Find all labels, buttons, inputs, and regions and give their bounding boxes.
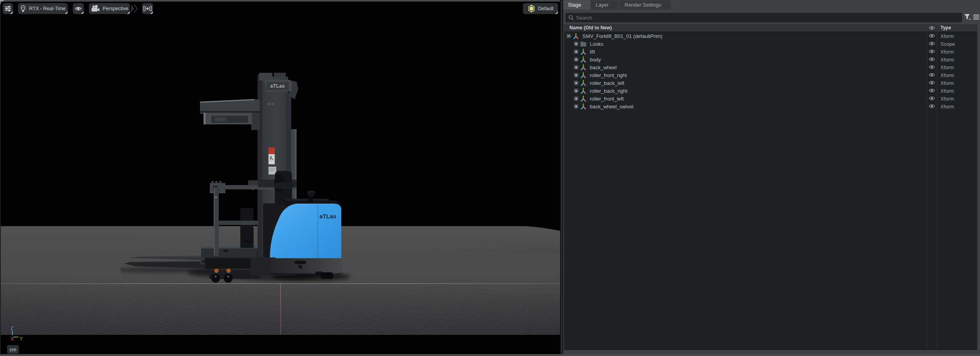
scene-canvas[interactable]: aTLas [1,2,560,335]
camera-icon [90,5,100,13]
world-axis-x-line [280,284,281,335]
mast-brand-label: aTLas [270,83,285,89]
expand-toggle-icon[interactable] [574,41,578,46]
eye-visibility-icon[interactable] [929,80,935,85]
xform-icon [580,49,587,55]
camera-select-button[interactable]: Perspective [89,3,130,14]
dropdown-notch [150,11,153,14]
prim-name[interactable]: roller_back_left [590,80,624,86]
eye-visibility-icon[interactable] [929,33,935,38]
tree-row[interactable]: roller_front_right Xform [564,71,977,79]
column-type-header[interactable]: Type [940,25,951,31]
prim-type: Xform [940,57,954,63]
units-badge: cm [7,345,19,354]
eye-visibility-icon[interactable] [929,96,935,101]
tab-stage[interactable]: Stage [563,0,590,9]
tree-header[interactable]: Name (Old to New) Type [564,24,977,32]
expand-toggle-icon[interactable] [574,104,578,109]
dropdown-notch [127,11,130,14]
eye-visibility-icon[interactable] [929,88,935,93]
prim-name[interactable]: roller_back_right [590,88,627,94]
tab-layer[interactable]: Layer [591,0,619,9]
panel-divider-line [561,1,562,353]
expand-toggle-icon[interactable] [574,96,578,101]
eye-visibility-icon[interactable] [929,65,935,70]
dropdown-notch [81,11,84,14]
prim-type: Scope [940,41,955,47]
prim-name[interactable]: Looks [590,41,603,47]
folder-icon [580,41,587,47]
axis-z-label: Z [11,325,14,331]
expand-toggle-icon[interactable] [574,65,578,70]
eye-visibility-icon[interactable] [929,104,935,109]
prim-name[interactable]: body [590,57,601,63]
tree-row[interactable]: roller_back_left Xform [564,79,977,87]
prim-name[interactable]: lift [590,49,595,55]
stage-panel: Stage Layer Render Settings Name (Old to… [563,0,980,354]
forklift-model[interactable]: aTLas [121,69,357,291]
eye-visibility-icon[interactable] [929,72,935,77]
tree-row[interactable]: back_wheel_swivel Xform [564,102,977,110]
xform-icon [580,72,587,79]
prim-name[interactable]: back_wheel_swivel [590,104,633,110]
xform-icon [573,33,579,40]
tree-row[interactable]: roller_front_left Xform [564,95,977,102]
signal-icon [143,5,152,12]
eye-visibility-icon[interactable] [929,49,935,54]
tree-row[interactable]: Looks Scope [564,40,977,48]
xform-icon [580,56,587,63]
tree-row[interactable]: body Xform [564,56,977,63]
tree-row[interactable]: lift Xform [564,48,977,56]
lighting-select-button[interactable]: Default [523,3,558,14]
viewport-3d[interactable]: aTLas [1,2,560,354]
expand-toggle-icon[interactable] [574,49,578,54]
forklift-power-unit: aTLas [250,191,342,279]
body-brand-label: aTLas [320,213,337,219]
visibility-column-icon [929,25,935,31]
prim-name[interactable]: back_wheel [590,65,617,70]
xform-icon [580,64,587,71]
prim-type: Xform [940,80,954,86]
column-name-header[interactable]: Name (Old to New) [569,25,612,31]
eye-visibility-icon[interactable] [929,57,935,62]
viewport-settings-button[interactable] [3,3,13,14]
eye-visibility-icon[interactable] [929,41,935,46]
prim-type: Xform [940,104,954,110]
expand-toggle-icon[interactable] [574,57,578,62]
camera-label: Perspective [103,6,128,11]
lightbulb-icon [20,5,26,12]
expand-toggle-icon[interactable] [574,73,578,77]
stage-tree: Name (Old to New) Type SMV_Forklift_B01_… [564,24,977,350]
dropdown-notch [10,11,13,14]
prim-type: Xform [940,49,954,55]
prim-name[interactable]: roller_front_left [590,96,624,102]
forklift-forks [124,255,207,268]
panel-divider[interactable] [560,0,563,354]
prim-name[interactable]: SMV_Forklift_B01_01 (defaultPrim) [582,33,662,39]
sun-hexagon-icon [528,4,535,13]
tree-row[interactable]: SMV_Forklift_B01_01 (defaultPrim) Xform [564,32,977,40]
visibility-button[interactable] [73,3,84,14]
tree-rows: SMV_Forklift_B01_01 (defaultPrim) Xform … [564,32,977,110]
tree-row[interactable]: roller_back_right Xform [564,87,977,95]
lighting-label: Default [538,6,554,11]
prim-type: Xform [940,33,954,39]
expand-toggle-icon[interactable] [574,88,578,93]
expand-toggle-icon[interactable] [574,81,578,85]
collapse-toggle-icon[interactable] [566,34,571,38]
filter-icon[interactable] [964,14,971,21]
ground-edge [521,225,560,232]
tab-render-settings[interactable]: Render Settings [620,0,671,9]
waypoint-button[interactable] [142,3,153,14]
window-bottom-strip [0,354,980,356]
prim-type: Xform [940,88,954,94]
options-menu-icon[interactable] [973,14,979,20]
prim-name[interactable]: roller_front_right [590,72,627,78]
axis-y-label: Y [20,336,23,342]
renderer-select-button[interactable]: RTX - Real-Time [18,3,68,14]
prim-type: Xform [940,65,954,70]
search-input[interactable] [566,13,962,22]
prim-type: Xform [940,72,954,78]
tree-row[interactable]: back_wheel Xform [564,63,977,71]
panel-tabs: Stage Layer Render Settings [563,0,980,9]
